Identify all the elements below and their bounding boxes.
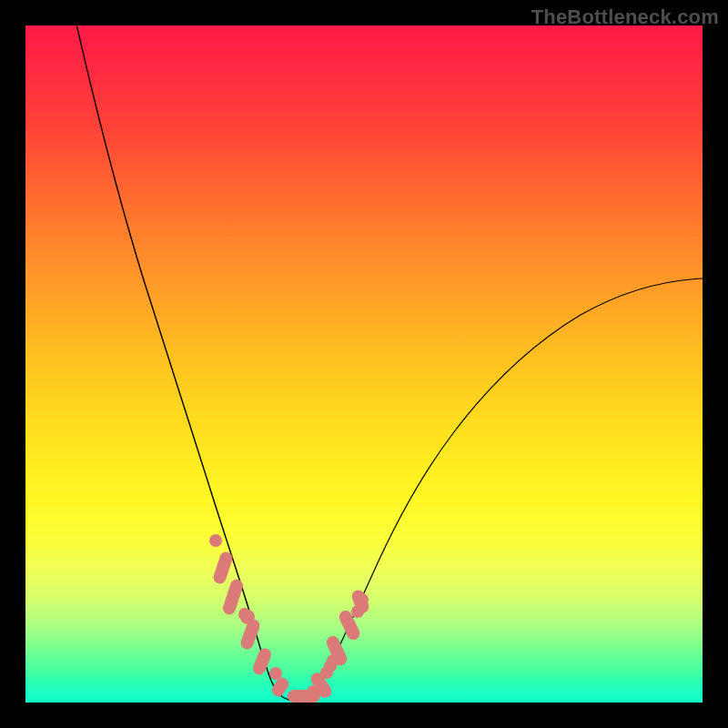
marker-capsule — [239, 618, 262, 652]
bottleneck-curve-left — [75, 25, 289, 700]
marker-capsule — [212, 551, 234, 586]
marker-dot — [209, 534, 222, 547]
bottleneck-curve-right — [304, 278, 703, 700]
marker-dot — [356, 593, 369, 606]
chart-stage: TheBottleneck.com — [0, 0, 728, 728]
plot-area — [25, 25, 703, 703]
marker-dot — [269, 667, 282, 680]
curve-overlay — [25, 25, 703, 703]
watermark-text: TheBottleneck.com — [531, 5, 719, 29]
